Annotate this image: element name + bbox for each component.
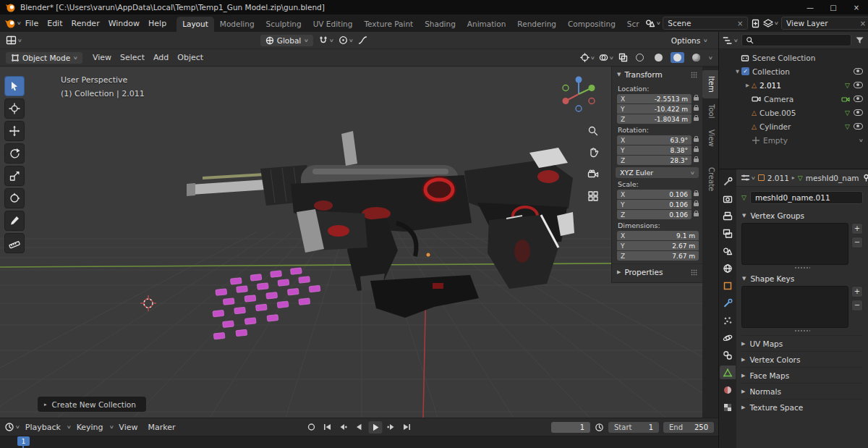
frame-end-field[interactable]: End 250 bbox=[663, 422, 714, 433]
location-x-field[interactable]: X-2.5513 m bbox=[617, 94, 692, 103]
auto-keyframe-record-icon[interactable] bbox=[305, 421, 318, 434]
timeline-playhead[interactable]: 1 bbox=[17, 436, 30, 446]
proportional-falloff-icon[interactable] bbox=[358, 35, 367, 45]
next-keyframe-button[interactable] bbox=[384, 421, 398, 434]
chevron-down-icon[interactable]: ∨ bbox=[859, 138, 864, 143]
annotate-tool[interactable] bbox=[4, 211, 25, 231]
hide-eye-icon[interactable] bbox=[854, 96, 863, 102]
vertex-colors-header[interactable]: ▶ Vertex Colors bbox=[741, 351, 863, 367]
menu-edit[interactable]: Edit bbox=[43, 17, 67, 30]
menu-file[interactable]: File bbox=[21, 17, 43, 30]
sidebar-tab-tool[interactable]: Tool bbox=[702, 98, 718, 124]
view-layer-selector[interactable]: View Layer × bbox=[781, 17, 868, 30]
outliner-search[interactable] bbox=[741, 34, 851, 46]
camera-view-icon[interactable] bbox=[585, 166, 601, 182]
tab-view-layer[interactable] bbox=[720, 227, 736, 240]
gizmos-toggle-icon[interactable]: ∨ bbox=[580, 53, 595, 62]
outliner-row-cube005[interactable]: △ Cube.005 ▽ bbox=[719, 106, 868, 119]
outliner-row-collection[interactable]: ▼ ✓ Collection bbox=[719, 64, 868, 78]
uv-maps-header[interactable]: ▶ UV Maps bbox=[741, 335, 863, 351]
lock-icon[interactable] bbox=[694, 117, 699, 121]
location-y-field[interactable]: Y-10.422 m bbox=[617, 104, 692, 114]
create-new-collection-panel[interactable]: ▸ Create New Collection bbox=[38, 397, 146, 412]
options-dropdown[interactable]: Options ∨ bbox=[666, 35, 712, 46]
transform-orientation-dropdown[interactable]: Global ∨ bbox=[260, 35, 313, 46]
sidebar-tab-view[interactable]: View bbox=[702, 124, 718, 153]
shading-rendered-button[interactable] bbox=[689, 52, 703, 63]
tab-modifiers[interactable] bbox=[720, 296, 736, 310]
face-maps-header[interactable]: ▶ Face Maps bbox=[741, 367, 863, 383]
rotation-x-field[interactable]: X63.9° bbox=[617, 135, 692, 145]
transform-panel-header[interactable]: ▼ Transform bbox=[612, 67, 702, 83]
workspace-tab-sculpting[interactable]: Sculpting bbox=[260, 17, 307, 32]
new-scene-icon[interactable] bbox=[751, 19, 760, 28]
dimensions-z-field[interactable]: Z7.67 m bbox=[617, 251, 699, 261]
vertex-groups-list[interactable] bbox=[741, 223, 848, 265]
menu-window[interactable]: Window bbox=[104, 17, 144, 30]
menu-add[interactable]: Add bbox=[149, 51, 173, 64]
menu-view[interactable]: View bbox=[88, 51, 116, 64]
play-button[interactable] bbox=[368, 421, 382, 434]
shape-keys-list[interactable] bbox=[741, 286, 848, 328]
outliner-row-2011[interactable]: ▶ △ 2.011 ▽ bbox=[719, 78, 868, 92]
measure-tool[interactable] bbox=[4, 233, 25, 253]
scene-browse-icon[interactable]: ∨ bbox=[645, 18, 660, 28]
vertex-groups-header[interactable]: ▼ Vertex Groups bbox=[741, 209, 863, 223]
workspace-tab-layout[interactable]: Layout bbox=[176, 17, 214, 32]
scene-selector[interactable]: Scene × bbox=[663, 17, 748, 30]
hide-eye-icon[interactable] bbox=[854, 123, 863, 130]
shading-wireframe-button[interactable] bbox=[633, 52, 647, 63]
tab-object-data[interactable] bbox=[720, 365, 736, 379]
navigation-gizmo[interactable] bbox=[558, 74, 599, 114]
editor-type-3d-viewport-icon[interactable]: ∨ bbox=[6, 35, 22, 46]
sidebar-tab-item[interactable]: Item bbox=[702, 70, 718, 98]
cursor-tool[interactable] bbox=[4, 98, 25, 119]
scale-z-field[interactable]: Z0.106 bbox=[617, 210, 692, 219]
editor-type-outliner-icon[interactable]: ∨ bbox=[723, 35, 738, 46]
mesh-name-field[interactable]: meshId0_name.011 bbox=[750, 191, 863, 204]
menu-marker[interactable]: Marker bbox=[143, 420, 179, 434]
zoom-icon[interactable] bbox=[585, 123, 601, 139]
xray-toggle-icon[interactable] bbox=[618, 53, 628, 62]
menu-playback[interactable]: Playback bbox=[21, 420, 65, 434]
breadcrumb-object[interactable]: 2.011 bbox=[767, 174, 789, 182]
breadcrumb-data[interactable]: meshId0_nam bbox=[806, 174, 859, 182]
lock-icon[interactable] bbox=[694, 107, 699, 111]
tab-object[interactable] bbox=[720, 279, 736, 292]
workspace-tab-compositing[interactable]: Compositing bbox=[562, 17, 621, 32]
properties-panel-header[interactable]: ▶ Properties bbox=[612, 263, 702, 280]
overlays-toggle-icon[interactable]: ∨ bbox=[599, 53, 613, 62]
workspace-tab-texture-paint[interactable]: Texture Paint bbox=[358, 17, 419, 32]
add-shape-key-button[interactable]: + bbox=[851, 286, 863, 297]
minimize-button[interactable]: — bbox=[799, 0, 822, 14]
dimensions-x-field[interactable]: X9.1 m bbox=[617, 231, 699, 240]
maximize-button[interactable]: □ bbox=[822, 0, 845, 14]
dimensions-y-field[interactable]: Y2.67 m bbox=[617, 241, 699, 250]
tab-tool[interactable] bbox=[720, 174, 736, 188]
menu-select[interactable]: Select bbox=[116, 51, 149, 64]
search-input[interactable] bbox=[757, 36, 847, 44]
jump-to-end-button[interactable] bbox=[400, 421, 414, 434]
collection-checkbox[interactable]: ✓ bbox=[741, 67, 749, 75]
tab-texture[interactable] bbox=[720, 400, 736, 414]
sidebar-tab-create[interactable]: Create bbox=[702, 161, 718, 197]
location-z-field[interactable]: Z-1.8034 m bbox=[617, 114, 692, 124]
tab-world[interactable] bbox=[720, 261, 736, 275]
filter-icon[interactable] bbox=[855, 35, 864, 45]
lock-icon[interactable] bbox=[694, 97, 699, 101]
view-layer-remove-icon[interactable]: × bbox=[860, 20, 866, 28]
menu-object[interactable]: Object bbox=[173, 51, 208, 64]
collapse-icon[interactable]: ▼ bbox=[733, 69, 741, 75]
menu-view-timeline[interactable]: View bbox=[114, 420, 142, 434]
workspace-tab-scripting[interactable]: Scr bbox=[621, 17, 645, 32]
add-vertex-group-button[interactable]: + bbox=[851, 223, 863, 234]
lock-icon[interactable] bbox=[694, 148, 699, 152]
texture-space-header[interactable]: ▶ Texture Space bbox=[741, 399, 863, 415]
workspace-tab-uv-editing[interactable]: UV Editing bbox=[307, 17, 359, 32]
lock-icon[interactable] bbox=[694, 193, 699, 196]
shading-material-preview-button[interactable] bbox=[671, 52, 684, 63]
workspace-tab-shading[interactable]: Shading bbox=[419, 17, 461, 32]
remove-vertex-group-button[interactable]: − bbox=[851, 237, 863, 248]
snap-magnet-icon[interactable]: ∨ bbox=[318, 35, 333, 46]
move-tool[interactable] bbox=[4, 121, 25, 141]
